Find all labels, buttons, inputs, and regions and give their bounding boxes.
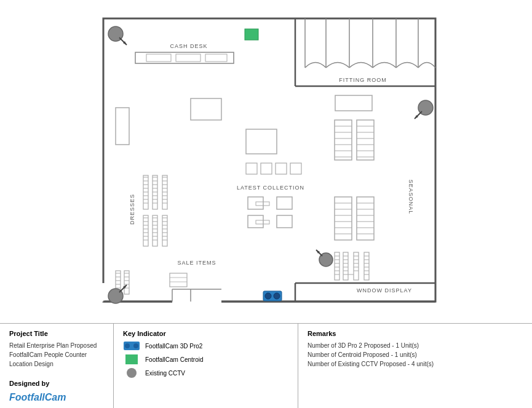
key-label-cctv: Existing CCTV [145, 370, 185, 377]
svg-rect-142 [335, 252, 339, 280]
floorplan-container: FITTING ROOM CASH DESK [0, 0, 532, 323]
designed-by-label: Designed by [9, 380, 104, 387]
3dpro2-symbol [124, 342, 140, 350]
key-indicator-label: Key Indicator [123, 330, 288, 337]
svg-rect-88 [277, 197, 292, 209]
remark-3: Number of Existing CCTV Proposed - 4 uni… [308, 359, 523, 369]
svg-text:SEASONAL: SEASONAL [408, 180, 414, 215]
project-title: Retail Enterprise Plan Proposed Footfall… [9, 341, 104, 369]
svg-rect-91 [277, 215, 292, 228]
footer-section: Project Title Retail Enterprise Plan Pro… [0, 323, 532, 408]
svg-rect-82 [246, 163, 257, 174]
svg-rect-0 [103, 18, 435, 302]
floorplan-svg: FITTING ROOM CASH DESK [12, 6, 520, 320]
key-item-centroid: FootfallCam Centroid [123, 354, 288, 364]
svg-point-174 [265, 293, 271, 299]
svg-rect-163 [364, 252, 369, 280]
remark-2: Number of Centroid Proposed - 1 unit(s) [308, 350, 523, 359]
svg-rect-81 [246, 129, 277, 154]
remark-1: Number of 3D Pro 2 Proposed - 1 Unit(s) [308, 341, 523, 350]
svg-rect-80 [191, 98, 221, 120]
svg-rect-20 [245, 29, 258, 40]
centroid-symbol [125, 354, 138, 364]
svg-rect-19 [205, 54, 227, 62]
key-label-3dpro2: FootfallCam 3D Pro2 [145, 343, 202, 350]
svg-text:FITTING ROOM: FITTING ROOM [339, 77, 387, 83]
svg-rect-55 [143, 215, 148, 246]
svg-text:CASH DESK: CASH DESK [170, 43, 207, 49]
svg-rect-89 [256, 202, 269, 206]
svg-rect-100 [124, 271, 129, 294]
footer-key-indicator: Key Indicator FootfallCam 3D Pro2 Footfa… [114, 324, 298, 408]
cctv-icon-container [123, 368, 140, 378]
svg-rect-71 [162, 215, 167, 246]
svg-rect-84 [276, 163, 287, 174]
svg-text:LATEST COLLECTION: LATEST COLLECTION [237, 185, 304, 191]
cctv-symbol [127, 368, 137, 378]
svg-rect-17 [146, 54, 171, 62]
3dpro2-icon [123, 341, 140, 351]
key-label-centroid: FootfallCam Centroid [145, 356, 203, 363]
svg-text:SALE ITEMS: SALE ITEMS [177, 260, 216, 266]
svg-rect-18 [176, 54, 200, 62]
svg-point-175 [274, 293, 280, 299]
svg-rect-149 [343, 252, 348, 280]
svg-rect-79 [116, 108, 129, 145]
footer-remarks: Remarks Number of 3D Pro 2 Proposed - 1 … [298, 324, 532, 408]
svg-rect-83 [261, 163, 272, 174]
brand-logo: FootfallCam [9, 392, 104, 403]
svg-rect-85 [290, 163, 301, 174]
floorplan: FITTING ROOM CASH DESK [12, 6, 520, 320]
remarks-label: Remarks [308, 330, 523, 337]
key-item-cctv: Existing CCTV [123, 368, 288, 378]
key-item-3dpro2: FootfallCam 3D Pro2 [123, 341, 288, 351]
svg-text:DRESSES: DRESSES [129, 194, 135, 225]
project-title-label: Project Title [9, 330, 104, 337]
svg-rect-63 [153, 215, 157, 246]
svg-rect-156 [354, 252, 359, 280]
footer-project: Project Title Retail Enterprise Plan Pro… [0, 324, 114, 408]
svg-text:WNDOW DISPLAY: WNDOW DISPLAY [357, 287, 412, 294]
centroid-icon-container [123, 354, 140, 364]
page: FITTING ROOM CASH DESK [0, 0, 532, 408]
svg-rect-106 [170, 273, 187, 287]
svg-rect-110 [335, 95, 372, 111]
svg-rect-92 [256, 220, 269, 224]
